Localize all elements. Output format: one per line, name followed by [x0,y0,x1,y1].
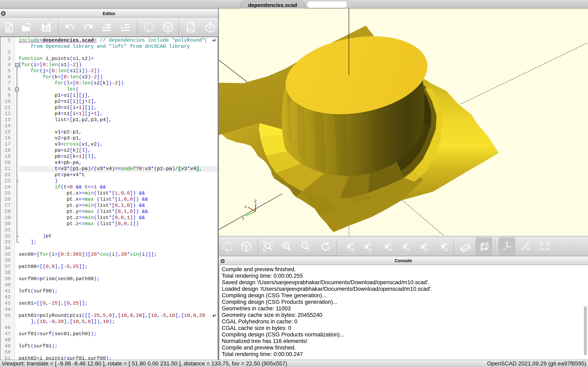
svg-text:-X: -X [367,248,371,252]
svg-text:+Z: +Z [424,248,428,252]
svg-text:+X: +X [350,248,355,252]
svg-text:Z: Z [254,199,256,203]
svg-text:-Y: -Y [406,248,409,252]
svg-text:y: y [242,216,244,220]
svg-text:-Z: -Z [444,248,448,252]
svg-text:10: 10 [526,247,530,250]
svg-text:»: » [147,27,149,33]
svg-text:x: x [244,204,246,209]
svg-text:»: » [226,247,228,252]
svg-text:STL: STL [187,27,194,32]
svg-text:+Y: +Y [388,248,392,252]
